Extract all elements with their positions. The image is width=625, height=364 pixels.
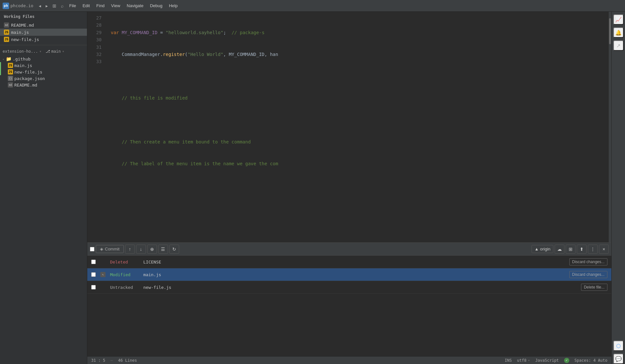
sidebar-filename: README.md bbox=[11, 23, 34, 28]
git-row-license[interactable]: Deleted LICENSE Discard changes... bbox=[87, 256, 611, 268]
commit-button[interactable]: ◈ Commit bbox=[96, 245, 124, 253]
working-files-title: Working Files bbox=[0, 12, 87, 21]
nav-bookmarks-button[interactable]: ⊞ bbox=[51, 3, 58, 9]
discard-changes-button-license[interactable]: Discard changes... bbox=[569, 258, 607, 265]
file-icon-js: JS bbox=[8, 63, 13, 68]
file-checkbox[interactable] bbox=[91, 272, 96, 277]
file-checkbox[interactable] bbox=[91, 285, 96, 290]
spaces-setting[interactable]: Spaces: 4 Auto bbox=[575, 358, 607, 363]
origin-arrow-icon: ▲ bbox=[534, 247, 539, 251]
git-close-button[interactable]: × bbox=[599, 245, 609, 254]
git-cloud-button[interactable]: ☁ bbox=[555, 245, 564, 254]
menu-debug[interactable]: Debug bbox=[147, 2, 165, 9]
git-filename-license: LICENSE bbox=[143, 260, 565, 264]
file-icon-area: ✎ bbox=[100, 271, 106, 278]
push-button[interactable]: ↑ bbox=[125, 245, 135, 254]
sidebar-filename: main.js bbox=[11, 30, 29, 35]
file-icon-md: md bbox=[4, 22, 9, 28]
sidebar-filename: new-file.js bbox=[11, 37, 39, 42]
menu-find[interactable]: Find bbox=[94, 2, 107, 9]
menu-bar: ph phcode.io ◂ ▸ ⊞ ⌕ File Edit Find View… bbox=[0, 0, 625, 12]
sidebar-file-main-js[interactable]: JS main.js bbox=[0, 29, 87, 36]
git-stash-button[interactable]: ⊞ bbox=[566, 245, 575, 254]
git-panel: ◈ Commit ↑ ↓ ⊕ ☰ ↻ ▲ origin ☁ ⊞ ⬆ ⋮ × bbox=[87, 242, 611, 356]
git-toolbar: ◈ Commit ↑ ↓ ⊕ ☰ ↻ ▲ origin ☁ ⊞ ⬆ ⋮ × bbox=[87, 243, 611, 256]
sidebar-file-new-file[interactable]: JS new-file.js bbox=[0, 36, 87, 43]
file-icon-area bbox=[100, 259, 106, 265]
main-layout: Working Files md README.md JS main.js JS… bbox=[0, 12, 625, 364]
tree-item-label: new-file.js bbox=[14, 70, 42, 74]
git-more-button[interactable]: ⋮ bbox=[588, 245, 598, 254]
git-status-modified: Modified bbox=[110, 272, 139, 277]
file-icon-area bbox=[100, 284, 106, 290]
insert-mode: INS bbox=[505, 358, 512, 363]
pull-button[interactable]: ↓ bbox=[136, 245, 146, 254]
git-compare-button[interactable]: ⬆ bbox=[577, 245, 587, 254]
menu-file[interactable]: File bbox=[66, 2, 78, 9]
tree-item-label: README.md bbox=[14, 83, 37, 88]
sidebar-file-readme[interactable]: md README.md bbox=[0, 21, 87, 29]
fetch-button[interactable]: ⊕ bbox=[147, 245, 157, 254]
editor-scrollbar[interactable] bbox=[609, 12, 611, 242]
tree-item-label: main.js bbox=[14, 63, 32, 68]
git-row-new-file[interactable]: Untracked new-file.js Delete file... bbox=[87, 281, 611, 294]
code-content[interactable]: var MY_COMMAND_ID = "helloworld.sayhello… bbox=[107, 12, 609, 242]
right-icon-notifications[interactable]: 🔔 bbox=[613, 27, 624, 38]
git-status-deleted: Deleted bbox=[110, 260, 139, 264]
file-icon-md: {} bbox=[8, 76, 13, 81]
origin-label: origin bbox=[540, 247, 550, 251]
search-button[interactable]: ⌕ bbox=[59, 3, 65, 9]
discard-changes-button-main[interactable]: Discard changes... bbox=[569, 271, 607, 278]
menu-navigate[interactable]: Navigate bbox=[124, 2, 146, 9]
tree-item-label: package.json bbox=[14, 76, 45, 81]
nav-back-button[interactable]: ◂ bbox=[37, 3, 43, 9]
right-side-icons: 📈 🔔 ↗ ⬡ 💬 bbox=[611, 12, 625, 364]
branch-name: main bbox=[51, 49, 61, 54]
file-icon-js: JS bbox=[4, 37, 9, 42]
sidebar-project-header: extension-ho... ▾ ⎇ main ▾ bbox=[0, 47, 87, 56]
nav-forward-button[interactable]: ▸ bbox=[44, 3, 50, 9]
tree-item-readme[interactable]: md README.md bbox=[0, 82, 87, 88]
git-status-untracked: Untracked bbox=[110, 285, 139, 290]
history-button[interactable]: ☰ bbox=[158, 245, 168, 254]
git-filename-main-js: main.js bbox=[143, 272, 565, 277]
file-edit-icon: ✎ bbox=[100, 272, 106, 277]
select-all-checkbox[interactable] bbox=[90, 247, 94, 251]
line-numbers: 27 28 29 30 31 32 33 bbox=[87, 12, 107, 242]
delete-file-button[interactable]: Delete file... bbox=[581, 284, 607, 291]
commit-icon: ◈ bbox=[100, 247, 103, 251]
tree-item-github[interactable]: ▸ 📁 .github bbox=[0, 56, 87, 62]
project-name: extension-ho... bbox=[3, 49, 38, 54]
menu-view[interactable]: View bbox=[108, 2, 123, 9]
tree-item-package[interactable]: {} package.json bbox=[0, 75, 87, 82]
line-count: 46 Lines bbox=[118, 358, 137, 363]
file-icon-md: md bbox=[8, 82, 13, 88]
editor-area: 27 28 29 30 31 32 33 var MY_COMMAND_ID =… bbox=[87, 12, 611, 242]
app-logo: ph phcode.io bbox=[3, 3, 33, 9]
right-icon-activity[interactable]: 📈 bbox=[613, 14, 624, 25]
commit-label: Commit bbox=[105, 247, 120, 251]
language-mode[interactable]: JavaScript bbox=[535, 358, 559, 363]
folder-icon: 📁 bbox=[6, 56, 11, 61]
file-checkbox[interactable] bbox=[91, 260, 96, 264]
tree-item-new-file[interactable]: JS new-file.js bbox=[0, 69, 87, 75]
sidebar-divider bbox=[0, 45, 87, 45]
git-filename-new-file: new-file.js bbox=[143, 285, 577, 290]
file-icon-js: JS bbox=[8, 69, 13, 74]
encoding[interactable]: utf8 ▾ bbox=[517, 358, 530, 363]
app-title: phcode.io bbox=[10, 3, 33, 8]
git-file-table: Deleted LICENSE Discard changes... ✎ Mod… bbox=[87, 256, 611, 356]
sidebar: Working Files md README.md JS main.js JS… bbox=[0, 12, 87, 364]
refresh-button[interactable]: ↻ bbox=[169, 245, 179, 254]
menu-edit[interactable]: Edit bbox=[80, 2, 92, 9]
logo-icon: ph bbox=[3, 3, 9, 9]
right-icon-chat[interactable]: 💬 bbox=[613, 354, 624, 364]
git-row-main-js[interactable]: ✎ Modified main.js Discard changes... bbox=[87, 268, 611, 281]
tree-item-main-js[interactable]: JS main.js bbox=[0, 62, 87, 69]
validation-status-icon: ✓ bbox=[564, 358, 569, 363]
right-icon-git[interactable]: ⬡ bbox=[613, 341, 624, 351]
right-icon-share[interactable]: ↗ bbox=[613, 40, 624, 51]
scrollbar-thumb bbox=[609, 18, 611, 44]
origin-button[interactable]: ▲ origin bbox=[532, 245, 553, 253]
menu-help[interactable]: Help bbox=[166, 2, 180, 9]
